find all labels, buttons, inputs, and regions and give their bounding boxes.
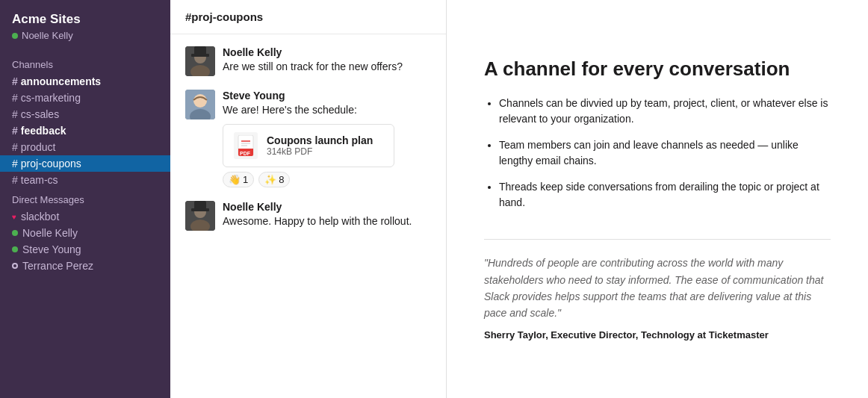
message-2-author: Steve Young bbox=[223, 90, 431, 102]
channel-name-label: team-cs bbox=[21, 174, 58, 186]
heart-icon: ♥ bbox=[12, 213, 16, 221]
message-3-author: Noelle Kelly bbox=[223, 201, 431, 213]
hash-icon: # bbox=[12, 141, 18, 153]
channel-name-label: cs-sales bbox=[21, 108, 59, 120]
bullet-2: Team members can join and leave channels… bbox=[499, 137, 831, 169]
svg-rect-4 bbox=[191, 54, 209, 57]
quote-block: "Hundreds of people are contributing acr… bbox=[484, 255, 831, 341]
workspace-header: Acme Sites Noelle Kelly bbox=[0, 12, 170, 53]
dm-noelle-kelly[interactable]: Noelle Kelly bbox=[0, 225, 170, 241]
sidebar-item-cs-marketing[interactable]: # cs-marketing bbox=[0, 90, 170, 106]
dm-name: slackbot bbox=[21, 211, 59, 223]
dm-label: Direct Messages bbox=[0, 188, 170, 208]
sidebar: Acme Sites Noelle Kelly Channels # annou… bbox=[0, 0, 170, 398]
message-3-text: Awesome. Happy to help with the rollout. bbox=[223, 214, 431, 229]
quote-text: "Hundreds of people are contributing acr… bbox=[484, 255, 831, 322]
avatar-noelle-2 bbox=[185, 201, 215, 231]
sidebar-item-team-cs[interactable]: # team-cs bbox=[0, 172, 170, 188]
bullet-3: Threads keep side conversations from der… bbox=[499, 179, 831, 211]
dm-name: Terrance Perez bbox=[22, 260, 93, 272]
avatar-steve bbox=[185, 90, 215, 119]
message-1-text: Are we still on track for the new offers… bbox=[223, 60, 431, 75]
sidebar-item-announcements[interactable]: # announcements bbox=[0, 73, 170, 90]
message-1-author: Noelle Kelly bbox=[223, 46, 431, 58]
hash-icon: # bbox=[12, 92, 18, 104]
message-list: Noelle Kelly Are we still on track for t… bbox=[170, 34, 446, 398]
channels-label: Channels bbox=[0, 53, 170, 73]
channel-name-label: cs-marketing bbox=[21, 92, 81, 104]
dm-name: Noelle Kelly bbox=[22, 227, 78, 239]
info-panel: A channel for every conversation Channel… bbox=[447, 0, 868, 398]
workspace-name: Acme Sites bbox=[12, 12, 158, 27]
message-2-text: We are! Here's the schedule: bbox=[223, 103, 431, 118]
channel-name-label: product bbox=[21, 141, 56, 153]
quote-attribution: Sherry Taylor, Executive Director, Techn… bbox=[484, 329, 831, 341]
reaction-wave[interactable]: 👋 1 bbox=[223, 172, 254, 187]
dm-name: Steve Young bbox=[22, 243, 81, 255]
message-2: Steve Young We are! Here's the schedule:… bbox=[185, 90, 431, 187]
message-3: Noelle Kelly Awesome. Happy to help with… bbox=[185, 201, 431, 231]
pdf-icon: PDF bbox=[234, 132, 258, 159]
current-user-name: Noelle Kelly bbox=[22, 30, 73, 41]
sidebar-item-product[interactable]: # product bbox=[0, 139, 170, 155]
message-1: Noelle Kelly Are we still on track for t… bbox=[185, 46, 431, 76]
dm-steve-young[interactable]: Steve Young bbox=[0, 241, 170, 258]
online-indicator bbox=[12, 33, 18, 39]
channel-name-label: proj-coupons bbox=[21, 158, 81, 170]
message-3-body: Noelle Kelly Awesome. Happy to help with… bbox=[223, 201, 431, 229]
hash-icon: # bbox=[12, 75, 18, 87]
file-attachment[interactable]: PDF Coupons launch plan 314kB PDF bbox=[223, 124, 394, 167]
avatar-noelle bbox=[185, 46, 215, 76]
sidebar-item-cs-sales[interactable]: # cs-sales bbox=[0, 106, 170, 122]
reaction-count: 8 bbox=[279, 174, 284, 185]
reaction-emoji: ✨ bbox=[264, 174, 276, 185]
dm-slackbot[interactable]: ♥ slackbot bbox=[0, 208, 170, 225]
offline-dot-icon bbox=[12, 263, 18, 269]
reaction-emoji: 👋 bbox=[229, 174, 241, 185]
file-name: Coupons launch plan bbox=[267, 134, 373, 146]
reactions: 👋 1 ✨ 8 bbox=[223, 172, 431, 187]
message-1-body: Noelle Kelly Are we still on track for t… bbox=[223, 46, 431, 75]
file-meta: 314kB PDF bbox=[267, 146, 373, 157]
reaction-sparkle[interactable]: ✨ 8 bbox=[258, 172, 290, 187]
sidebar-item-proj-coupons[interactable]: # proj-coupons bbox=[0, 155, 170, 172]
reaction-count: 1 bbox=[243, 174, 248, 185]
file-info: Coupons launch plan 314kB PDF bbox=[267, 134, 373, 157]
hash-icon: # bbox=[12, 125, 18, 137]
current-user: Noelle Kelly bbox=[12, 30, 158, 41]
dm-terrance-perez[interactable]: Terrance Perez bbox=[0, 258, 170, 274]
channel-header: #proj-coupons bbox=[170, 0, 446, 34]
svg-rect-17 bbox=[191, 208, 209, 211]
hash-icon: # bbox=[12, 108, 18, 120]
hash-icon: # bbox=[12, 158, 18, 170]
online-dot-icon bbox=[12, 246, 18, 252]
message-2-body: Steve Young We are! Here's the schedule:… bbox=[223, 90, 431, 187]
info-bullets: Channels can be divvied up by team, proj… bbox=[484, 96, 831, 221]
hash-icon: # bbox=[12, 174, 18, 186]
channel-name-label: announcements bbox=[21, 75, 101, 87]
info-title: A channel for every conversation bbox=[484, 57, 831, 81]
sidebar-item-feedback[interactable]: # feedback bbox=[0, 122, 170, 139]
svg-point-6 bbox=[193, 94, 207, 108]
svg-text:PDF: PDF bbox=[240, 151, 251, 156]
channel-name-label: feedback bbox=[21, 125, 66, 137]
channel-panel: #proj-coupons Noelle Kelly Are we still … bbox=[170, 0, 447, 398]
bullet-1: Channels can be divvied up by team, proj… bbox=[499, 96, 831, 127]
divider bbox=[484, 239, 831, 240]
online-dot-icon bbox=[12, 230, 18, 236]
